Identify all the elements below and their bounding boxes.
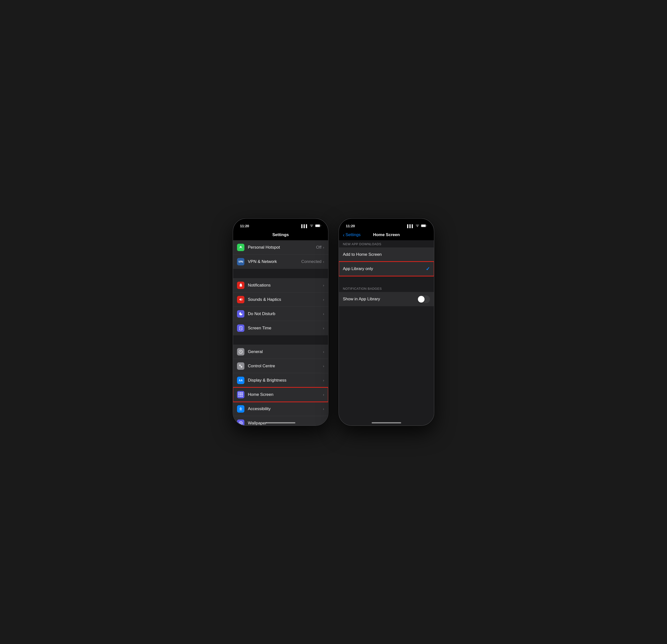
hotspot-icon — [237, 244, 244, 251]
notch-1 — [261, 219, 300, 227]
status-icons-2: ▌▌▌ — [407, 224, 427, 228]
row-notifications[interactable]: Notifications › — [233, 278, 328, 292]
row-homescreen[interactable]: Home Screen › — [233, 387, 328, 402]
display-label: Display & Brightness — [248, 378, 323, 383]
notification-badges-label: NOTIFICATION BADGES — [343, 287, 382, 290]
new-app-downloads-group: Add to Home Screen App Library only ✓ — [339, 247, 434, 276]
back-chevron-icon: ‹ — [343, 232, 345, 237]
notifications-icon — [237, 281, 244, 289]
dnd-label: Do Not Disturb — [248, 311, 323, 316]
accessibility-chevron: › — [323, 407, 324, 411]
screen-2: 11:20 ▌▌▌ — [339, 219, 434, 425]
new-app-downloads-label: NEW APP DOWNLOADS — [343, 242, 381, 246]
row-sounds[interactable]: Sounds & Haptics › — [233, 292, 328, 307]
signal-icon: ▌▌▌ — [301, 224, 308, 228]
nav-back-button[interactable]: ‹ Settings — [343, 232, 361, 237]
row-add-home[interactable]: Add to Home Screen — [339, 247, 434, 262]
notification-badges-group: Show in App Library — [339, 292, 434, 306]
separator-1 — [233, 269, 328, 278]
vpn-text: VPN — [238, 260, 243, 263]
row-control[interactable]: Control Centre › — [233, 359, 328, 373]
dnd-chevron: › — [323, 312, 324, 316]
homescreen-settings-content[interactable]: NEW APP DOWNLOADS Add to Home Screen App… — [339, 240, 434, 425]
notifications-chevron: › — [323, 283, 324, 287]
nav-bar-1: Settings — [233, 229, 328, 240]
row-display[interactable]: AA Display & Brightness › — [233, 373, 328, 387]
row-accessibility[interactable]: Accessibility › — [233, 402, 328, 416]
status-time-2: 11:20 — [346, 224, 355, 228]
wallpaper-icon — [237, 419, 244, 425]
row-dnd[interactable]: Do Not Disturb › — [233, 307, 328, 321]
row-app-library-only[interactable]: App Library only ✓ — [339, 262, 434, 276]
row-show-library[interactable]: Show in App Library — [339, 292, 434, 306]
app-library-only-label: App Library only — [343, 267, 426, 271]
show-library-toggle[interactable] — [418, 295, 430, 303]
screentime-icon — [237, 324, 244, 332]
vpn-chevron: › — [323, 260, 324, 264]
screen-1: 11:20 ▌▌▌ — [233, 219, 328, 425]
wallpaper-chevron: › — [323, 421, 324, 425]
notch-2 — [367, 219, 406, 227]
sounds-label: Sounds & Haptics — [248, 297, 323, 302]
settings-group-2: Notifications › Sounds & Haptics › — [233, 278, 328, 335]
home-bar-1 — [266, 422, 295, 423]
row-screentime[interactable]: Screen Time › — [233, 321, 328, 335]
signal-icon-2: ▌▌▌ — [407, 224, 414, 228]
notification-badges-header: NOTIFICATION BADGES — [339, 285, 434, 292]
control-chevron: › — [323, 364, 324, 368]
screentime-label: Screen Time — [248, 326, 323, 331]
homescreen-label: Home Screen — [248, 392, 323, 397]
home-bar-2 — [372, 422, 401, 423]
settings-content[interactable]: Personal Hotspot Off › VPN VPN & Network… — [233, 240, 328, 425]
hotspot-value: Off — [316, 245, 322, 250]
nav-bar-2: ‹ Settings Home Screen — [339, 229, 434, 240]
display-icon: AA — [237, 377, 244, 384]
accessibility-icon — [237, 405, 244, 413]
general-chevron: › — [323, 350, 324, 354]
control-icon — [237, 363, 244, 370]
vpn-label: VPN & Network — [248, 259, 301, 264]
control-label: Control Centre — [248, 364, 323, 369]
homescreen-page-title: Home Screen — [373, 232, 400, 237]
svg-point-9 — [240, 365, 240, 366]
row-general[interactable]: General › — [233, 345, 328, 359]
phone-2: 11:20 ▌▌▌ — [338, 218, 435, 426]
settings-group-3: General › Control Centre — [233, 345, 328, 425]
sounds-chevron: › — [323, 297, 324, 302]
settings-title: Settings — [272, 232, 289, 237]
svg-point-11 — [241, 407, 241, 408]
svg-point-10 — [241, 367, 242, 367]
battery-icon-2 — [421, 224, 427, 228]
row-vpn[interactable]: VPN VPN & Network Connected › — [233, 255, 328, 269]
row-wallpaper[interactable]: Wallpaper › — [233, 416, 328, 425]
separator-2 — [233, 336, 328, 345]
status-icons-1: ▌▌▌ — [301, 224, 321, 228]
display-chevron: › — [323, 379, 324, 382]
vpn-icon: VPN — [237, 258, 244, 265]
notifications-label: Notifications — [248, 283, 323, 288]
sounds-icon — [237, 296, 244, 303]
homescreen-icon — [237, 391, 244, 398]
screentime-chevron: › — [323, 326, 324, 330]
general-label: General — [248, 349, 323, 354]
back-label: Settings — [345, 232, 361, 237]
row-hotspot[interactable]: Personal Hotspot Off › — [233, 240, 328, 255]
general-icon — [237, 348, 244, 355]
wifi-icon-2 — [416, 224, 419, 228]
battery-icon — [315, 224, 321, 228]
toggle-knob — [418, 296, 425, 303]
status-time-1: 11:20 — [240, 224, 249, 228]
svg-point-3 — [241, 246, 241, 247]
checkmark-icon: ✓ — [426, 266, 430, 272]
grid-icon — [239, 392, 243, 397]
vpn-value: Connected — [301, 259, 322, 264]
settings-group-1: Personal Hotspot Off › VPN VPN & Network… — [233, 240, 328, 269]
accessibility-label: Accessibility — [248, 406, 323, 412]
new-app-downloads-header: NEW APP DOWNLOADS — [339, 240, 434, 247]
aa-text: AA — [239, 379, 243, 382]
add-home-label: Add to Home Screen — [343, 252, 430, 257]
svg-rect-17 — [421, 225, 426, 227]
show-library-label: Show in App Library — [343, 297, 418, 302]
dnd-icon — [237, 310, 244, 318]
hotspot-label: Personal Hotspot — [248, 245, 316, 250]
